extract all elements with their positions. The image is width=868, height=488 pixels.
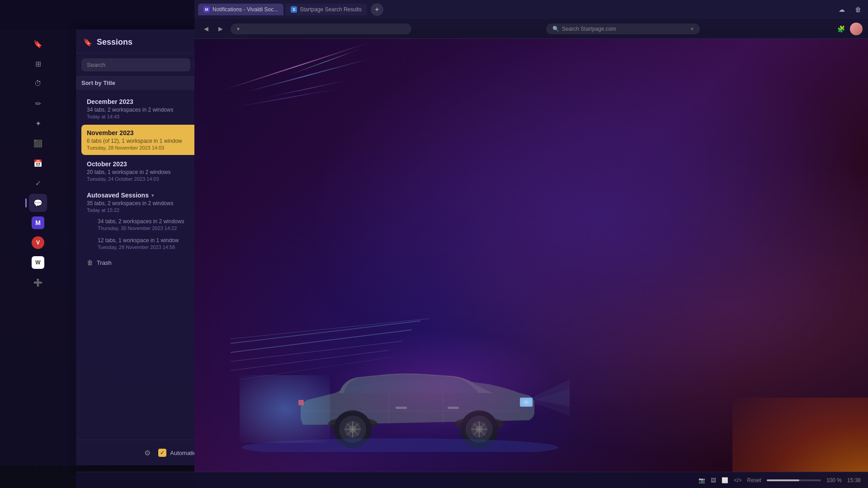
- sidebar-item-history[interactable]: ⏱: [29, 75, 47, 93]
- tab-add-button[interactable]: +: [371, 3, 383, 16]
- sidebar-item-tasks[interactable]: ✓: [29, 174, 47, 192]
- hero-background: [194, 39, 868, 488]
- autosaved-dropdown-icon: ▾: [151, 193, 154, 198]
- vivaldi-favicon: V: [32, 236, 44, 249]
- notes-icon: ✏: [35, 99, 41, 108]
- zoom-slider-fill: [767, 479, 799, 481]
- sidebar-item-vivaldi[interactable]: V: [29, 234, 47, 252]
- zoom-percent-label: 100 %: [826, 477, 842, 483]
- auto-backup-checkbox[interactable]: ✓: [158, 449, 166, 457]
- autosaved-label: Autosaved Sessions: [87, 192, 149, 199]
- purple-glow: [330, 330, 556, 443]
- tab-label: Notifications - Vivaldi Soc...: [212, 6, 278, 13]
- tab-label: Startpage Search Results: [300, 6, 362, 13]
- sessions-bookmark-icon: 🔖: [83, 38, 92, 47]
- bookmark-icon: 🔖: [33, 40, 42, 48]
- trash-label: Trash: [97, 259, 112, 266]
- sidebar-item-wikipedia[interactable]: W: [29, 253, 47, 272]
- gear-icon: ⚙: [144, 449, 151, 457]
- search-placeholder: Search Startpage.com: [562, 26, 616, 32]
- status-bar: 📷 🖼 ⬜ </> Reset 100 % 15:38: [76, 472, 868, 488]
- tab-startpage[interactable]: S Startpage Search Results: [285, 4, 367, 15]
- panels-icon: ⊞: [35, 60, 41, 68]
- status-time: 15:38: [847, 477, 861, 483]
- sidebar: 🔖 ⊞ ⏱ ✏ ✦ ⬛ 📅 ✓ 💬 M V W ➕: [0, 29, 76, 465]
- time-label: 15:38: [847, 477, 861, 483]
- mastodon-favicon: M: [32, 216, 44, 229]
- tasks-icon: ✓: [35, 179, 41, 188]
- tabs-icon: ⬛: [33, 139, 42, 148]
- light-streak-5: [287, 47, 363, 76]
- status-camera[interactable]: 📷: [698, 477, 705, 483]
- sidebar-item-chat[interactable]: 💬: [29, 194, 47, 212]
- tab-bar-right: ☁ 🗑: [835, 3, 864, 16]
- nav-controls: ◀ ▶: [200, 23, 227, 35]
- add-panel-icon: ➕: [33, 278, 42, 287]
- sessions-search-wrapper[interactable]: Search: [81, 58, 190, 71]
- contacts-icon: ✦: [35, 119, 41, 128]
- zoom-slider-track[interactable]: [767, 479, 821, 481]
- status-zoom-percent: 100 %: [826, 477, 842, 483]
- extensions-icon[interactable]: 🧩: [835, 23, 847, 35]
- sidebar-item-add[interactable]: ➕: [29, 273, 47, 291]
- reset-label: Reset: [747, 477, 761, 483]
- status-reset[interactable]: Reset: [747, 477, 761, 483]
- sessions-search-input[interactable]: Search: [87, 61, 105, 68]
- nav-back-button[interactable]: ◀: [200, 23, 212, 35]
- cloud-icon[interactable]: ☁: [835, 3, 848, 16]
- user-avatar[interactable]: [850, 23, 863, 35]
- image-icon: 🖼: [711, 477, 716, 483]
- sidebar-item-bookmarks[interactable]: 🔖: [29, 35, 47, 53]
- browser-icon: ⬜: [722, 477, 728, 483]
- sidebar-item-panels[interactable]: ⊞: [29, 55, 47, 73]
- address-dropdown-icon: ▾: [237, 26, 240, 32]
- status-zoom-slider[interactable]: [767, 479, 821, 481]
- sidebar-item-mastodon[interactable]: M: [29, 214, 47, 232]
- tab-favicon-mastodon: M: [203, 6, 210, 13]
- sidebar-item-contacts[interactable]: ✦: [29, 114, 47, 132]
- search-bar[interactable]: 🔍 Search Startpage.com ▾: [546, 23, 700, 34]
- address-bar-right: 🧩: [835, 23, 863, 35]
- sessions-settings-button[interactable]: ⚙: [140, 446, 155, 460]
- search-dropdown-icon: ▾: [691, 26, 693, 32]
- history-icon: ⏱: [34, 80, 42, 88]
- tab-favicon-startpage: S: [291, 6, 297, 13]
- blue-glow: [240, 375, 330, 443]
- tab-notifications[interactable]: M Notifications - Vivaldi Soc...: [198, 4, 283, 15]
- calendar-icon: 📅: [33, 159, 42, 168]
- wikipedia-favicon: W: [32, 256, 44, 269]
- sidebar-item-tabs[interactable]: ⬛: [29, 134, 47, 152]
- code-icon: </>: [734, 477, 741, 483]
- light-streak-3: [221, 42, 371, 91]
- status-code[interactable]: </>: [734, 477, 741, 483]
- sidebar-item-calendar[interactable]: 📅: [29, 154, 47, 172]
- trash-icon: 🗑: [87, 259, 93, 266]
- address-bar: ◀ ▶ ▾ 🔍 Search Startpage.com ▾ 🧩: [194, 19, 868, 39]
- tab-bar: M Notifications - Vivaldi Soc... S Start…: [194, 0, 868, 19]
- search-icon: 🔍: [552, 26, 559, 32]
- status-browser[interactable]: ⬜: [722, 477, 728, 483]
- delete-icon[interactable]: 🗑: [852, 3, 864, 16]
- chat-icon: 💬: [33, 199, 42, 207]
- nav-forward-button[interactable]: ▶: [214, 23, 227, 35]
- address-bar-dropdown-left[interactable]: ▾: [231, 23, 411, 34]
- sidebar-item-notes[interactable]: ✏: [29, 94, 47, 113]
- status-image[interactable]: 🖼: [711, 477, 716, 483]
- camera-icon: 📷: [698, 477, 705, 483]
